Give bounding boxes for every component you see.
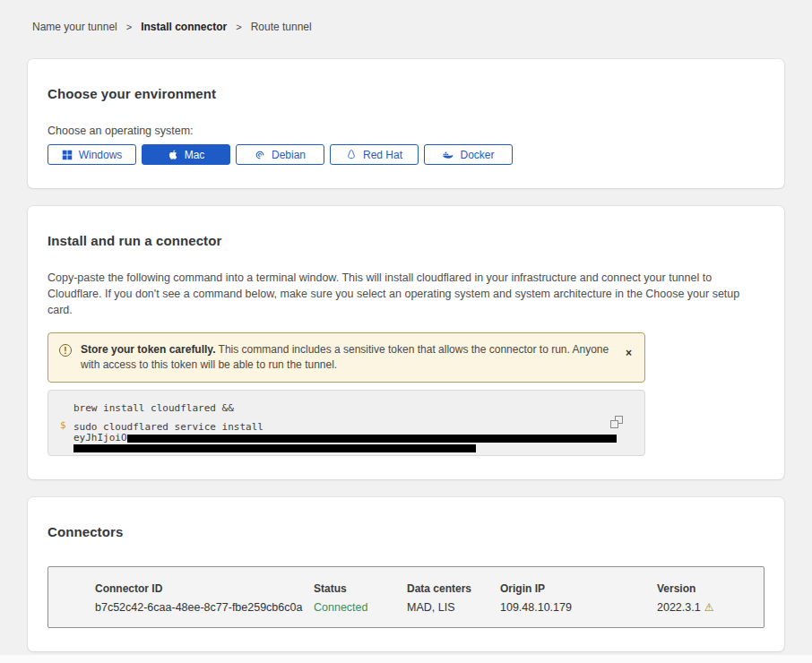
redacted-token-bar [127, 435, 617, 443]
os-button-label: Red Hat [363, 149, 402, 161]
install-connector-card: Install and run a connector Copy-paste t… [28, 206, 784, 479]
column-header-data-centers: Data centers [407, 582, 500, 601]
choose-environment-card: Choose your environment Choose an operat… [28, 59, 784, 188]
breadcrumb-route-tunnel[interactable]: Route tunnel [251, 21, 312, 33]
version-number: 2022.3.1 [657, 601, 701, 614]
copy-icon[interactable] [610, 416, 623, 428]
warning-triangle-icon: ⚠ [704, 601, 714, 614]
code-line-token-2 [73, 443, 644, 452]
os-button-group: Windows Mac Debian [48, 144, 764, 165]
os-button-mac[interactable]: Mac [142, 144, 230, 165]
token-warning-text: Store your token carefully. This command… [81, 342, 617, 373]
column-header-status: Status [314, 582, 407, 601]
debian-icon [255, 150, 265, 160]
breadcrumb-separator: > [236, 22, 241, 32]
connectors-table: Connector ID Status Data centers Origin … [48, 566, 764, 628]
environment-card-title: Choose your environment [48, 86, 764, 101]
os-button-label: Debian [272, 149, 306, 161]
apple-icon [168, 149, 178, 160]
redhat-linux-icon [346, 149, 357, 160]
code-line-token: eyJhIjoiO [73, 434, 644, 443]
connectors-table-header: Connector ID Status Data centers Origin … [95, 582, 742, 601]
breadcrumb-separator: > [126, 22, 132, 32]
os-select-label: Choose an operating system: [48, 125, 764, 137]
origin-ip-value: 109.48.10.179 [500, 601, 657, 614]
code-line-brew: brew install cloudflared && [73, 402, 644, 414]
data-centers-value: MAD, LIS [407, 601, 500, 614]
token-warning-banner: ! Store your token carefully. This comma… [48, 332, 645, 383]
breadcrumb: Name your tunnel > Install connector > R… [0, 0, 812, 33]
status-badge: Connected [314, 601, 407, 614]
column-header-connector-id: Connector ID [95, 582, 314, 601]
token-warning-bold: Store your token carefully. [81, 343, 216, 356]
shell-prompt: $ [60, 419, 66, 431]
os-button-label: Windows [79, 149, 123, 161]
column-header-origin-ip: Origin IP [500, 582, 657, 601]
windows-icon [62, 150, 73, 160]
install-card-title: Install and run a connector [48, 233, 764, 248]
connector-id-value: b7c52c42-6caa-48ee-8c77-fbe259cb6c0a [95, 601, 314, 614]
os-button-docker[interactable]: Docker [424, 144, 513, 165]
os-button-redhat[interactable]: Red Hat [330, 144, 419, 165]
redacted-token-bar [73, 444, 476, 452]
breadcrumb-name-your-tunnel[interactable]: Name your tunnel [32, 21, 117, 33]
alert-circle-icon: ! [59, 344, 72, 357]
close-icon[interactable]: × [626, 348, 632, 358]
os-button-debian[interactable]: Debian [236, 144, 324, 165]
column-header-version: Version [657, 582, 742, 601]
os-button-label: Mac [185, 149, 205, 161]
token-prefix: eyJhIjoiO [73, 434, 127, 443]
table-row: b7c52c42-6caa-48ee-8c77-fbe259cb6c0a Con… [95, 601, 742, 614]
install-description: Copy-paste the following command into a … [48, 270, 764, 318]
code-line-service-install: sudo cloudflared service install [73, 421, 644, 433]
version-value: 2022.3.1⚠ [657, 601, 742, 614]
docker-whale-icon [442, 150, 454, 160]
os-button-label: Docker [460, 149, 494, 161]
connectors-card-title: Connectors [48, 524, 764, 539]
install-command-codeblock: brew install cloudflared && $ sudo cloud… [48, 390, 645, 456]
breadcrumb-install-connector[interactable]: Install connector [141, 21, 227, 33]
connectors-card: Connectors Connector ID Status Data cent… [28, 497, 784, 651]
bottom-strip [0, 655, 812, 663]
os-button-windows[interactable]: Windows [48, 144, 136, 165]
